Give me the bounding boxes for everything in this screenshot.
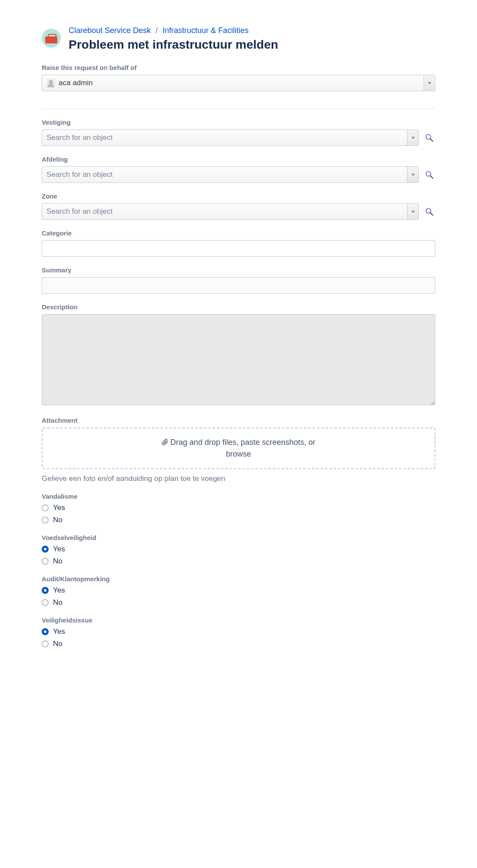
voedselveiligheid-label: Voedselveiligheid [42, 534, 435, 541]
vestiging-label: Vestiging [42, 119, 435, 126]
summary-input[interactable] [42, 277, 435, 294]
portal-icon [42, 29, 61, 48]
vandalisme-yes-radio[interactable]: Yes [42, 504, 435, 512]
requester-select[interactable]: aca admin [42, 75, 435, 91]
veiligheidsissue-no-radio[interactable]: No [42, 639, 435, 648]
radio-label: Yes [53, 586, 65, 595]
search-icon[interactable] [423, 205, 435, 218]
vestiging-placeholder: Search for an object [42, 133, 407, 142]
radio-icon [42, 628, 49, 635]
veiligheidsissue-yes-radio[interactable]: Yes [42, 627, 435, 636]
radio-label: No [53, 639, 63, 648]
paperclip-icon [162, 439, 169, 448]
radio-icon [42, 504, 49, 511]
search-icon[interactable] [423, 169, 435, 181]
zone-select[interactable]: Search for an object [42, 203, 419, 220]
radio-icon [42, 640, 49, 647]
page-title: Probleem met infrastructuur melden [69, 38, 435, 52]
requester-value: aca admin [59, 79, 93, 87]
radio-label: No [53, 598, 63, 607]
vandalisme-label: Vandalisme [42, 493, 435, 500]
radio-label: Yes [53, 627, 65, 636]
chevron-down-icon [407, 204, 418, 219]
requester-label: Raise this request on behalf of [42, 64, 435, 71]
categorie-input[interactable] [42, 240, 435, 257]
veiligheidsissue-label: Veiligheidsissue [42, 616, 435, 624]
voedselveiligheid-no-radio[interactable]: No [42, 557, 435, 566]
svg-line-5 [431, 213, 433, 215]
breadcrumb-separator: / [156, 26, 158, 35]
radio-icon [42, 546, 49, 553]
section-divider [42, 109, 435, 109]
radio-label: Yes [53, 545, 65, 553]
afdeling-select[interactable]: Search for an object [42, 166, 419, 183]
svg-point-0 [426, 135, 431, 139]
breadcrumb-portal-link[interactable]: Clarebout Service Desk [69, 26, 151, 35]
radio-icon [42, 587, 49, 594]
radio-label: Yes [53, 504, 65, 512]
search-icon[interactable] [423, 132, 435, 144]
audit-yes-radio[interactable]: Yes [42, 586, 435, 595]
radio-icon [42, 558, 49, 565]
audit-no-radio[interactable]: No [42, 598, 435, 607]
zone-label: Zone [42, 192, 435, 200]
radio-icon [42, 599, 49, 606]
afdeling-label: Afdeling [42, 156, 435, 163]
svg-line-1 [431, 139, 433, 142]
svg-line-3 [431, 176, 433, 179]
description-label: Description [42, 303, 435, 311]
attachment-label: Attachment [42, 417, 435, 424]
chevron-down-icon [407, 167, 418, 182]
description-textarea[interactable] [42, 314, 435, 405]
svg-point-2 [426, 172, 431, 176]
afdeling-placeholder: Search for an object [42, 170, 407, 179]
breadcrumb: Clarebout Service Desk / Infrastructuur … [69, 26, 435, 35]
svg-point-4 [426, 209, 431, 213]
avatar-icon [46, 79, 55, 87]
breadcrumb-category-link[interactable]: Infrastructuur & Facilities [162, 26, 248, 35]
voedselveiligheid-yes-radio[interactable]: Yes [42, 545, 435, 553]
vestiging-select[interactable]: Search for an object [42, 129, 419, 146]
zone-placeholder: Search for an object [42, 207, 407, 216]
dropzone-browse[interactable]: browse [47, 450, 430, 459]
chevron-down-icon [424, 75, 435, 91]
attachment-dropzone[interactable]: Drag and drop files, paste screenshots, … [42, 427, 435, 469]
audit-label: Audit/Klantopmerking [42, 575, 435, 583]
radio-label: No [53, 557, 63, 566]
radio-label: No [53, 516, 63, 524]
attachment-hint: Gelieve een foto en/of aanduiding op pla… [42, 474, 435, 483]
chevron-down-icon [407, 130, 418, 146]
radio-icon [42, 517, 49, 523]
categorie-label: Categorie [42, 229, 435, 237]
vandalisme-no-radio[interactable]: No [42, 516, 435, 524]
summary-label: Summary [42, 266, 435, 274]
dropzone-text: Drag and drop files, paste screenshots, … [170, 438, 315, 447]
